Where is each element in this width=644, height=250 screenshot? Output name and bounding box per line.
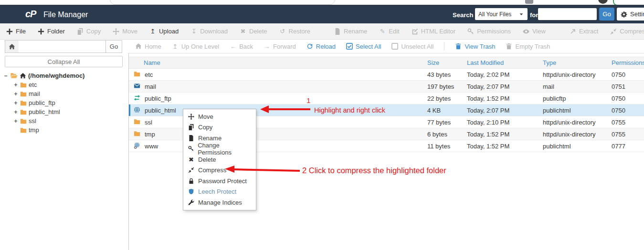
- arrow-right-icon: →: [264, 43, 270, 50]
- toolbar-download-button[interactable]: ↧Download: [190, 28, 228, 35]
- file-manager-app: cP File Manager Search All Your Files fo…: [0, 0, 644, 250]
- folder-icon: [20, 118, 27, 125]
- tree-item-public-html[interactable]: + public_html: [0, 107, 128, 116]
- expand-icon[interactable]: +: [13, 82, 18, 88]
- nav-view-trash-button[interactable]: View Trash: [455, 43, 495, 50]
- folder-icon: [20, 82, 27, 88]
- folder-icon: [20, 91, 27, 97]
- nav-up-one-level-button[interactable]: ↥Up One Level: [172, 43, 220, 50]
- context-menu-manage-indices[interactable]: Manage Indices: [183, 197, 256, 208]
- plus-icon: [38, 28, 44, 35]
- toolbar-html-editor-button[interactable]: HTML Editor: [412, 28, 455, 35]
- toolbar-file-button[interactable]: File: [6, 28, 26, 35]
- expand-icon[interactable]: +: [13, 100, 18, 106]
- tree-item-mail[interactable]: + mail: [0, 89, 128, 98]
- toolbar-copy-button[interactable]: Copy: [77, 28, 101, 35]
- context-menu-password-protect[interactable]: Password Protect: [183, 176, 256, 187]
- browser-profile-avatar[interactable]: [598, 0, 608, 4]
- toolbar-edit-button[interactable]: ✎Edit: [379, 28, 399, 35]
- nav-forward-button[interactable]: →Forward: [264, 43, 296, 50]
- nav-unselect-all-button[interactable]: Unselect All: [391, 43, 433, 50]
- path-input[interactable]: [19, 40, 106, 53]
- table-row-public-ftp[interactable]: public_ftp 22 bytes Today, 1:52 PM publi…: [129, 93, 644, 104]
- column-header-type[interactable]: Type: [543, 59, 556, 66]
- search-scope-select[interactable]: All Your Files: [475, 8, 528, 20]
- copy-icon: [188, 124, 194, 130]
- app-header: cP File Manager Search All Your Files fo…: [0, 5, 644, 23]
- browser-extension-icon[interactable]: [525, 0, 533, 4]
- path-go-button[interactable]: Go: [106, 40, 122, 53]
- toolbar-view-button[interactable]: View: [523, 28, 546, 35]
- search-for-label: for: [530, 11, 538, 19]
- table-row-mail[interactable]: mail 197 bytes Today, 2:07 PM mail 0751: [129, 81, 644, 93]
- globe-link-icon: [134, 142, 140, 149]
- file-size: 22 bytes: [427, 95, 451, 102]
- context-menu-copy[interactable]: Copy: [183, 122, 256, 133]
- nav-divider: [444, 42, 444, 51]
- expand-icon[interactable]: +: [13, 91, 18, 97]
- home-icon: [9, 43, 15, 50]
- compress-icon: [188, 167, 194, 173]
- folder-open-icon: [10, 72, 18, 79]
- column-header-last-modified[interactable]: Last Modified: [467, 59, 504, 66]
- collapse-expander-icon[interactable]: −: [3, 73, 8, 79]
- toolbar-extract-button[interactable]: Extract: [570, 28, 598, 35]
- file-type: httpd/unix-directory: [543, 119, 596, 126]
- file-permissions: 0777: [612, 143, 625, 150]
- expand-icon[interactable]: +: [13, 109, 18, 115]
- page-title: File Manager: [43, 10, 88, 19]
- toolbar-restore-button[interactable]: ↺Restore: [279, 28, 311, 35]
- upload-icon: ↥: [149, 28, 156, 35]
- home-icon: [135, 43, 142, 50]
- file-permissions: 0750: [612, 107, 625, 114]
- copy-icon: [77, 28, 84, 35]
- nav-home-button[interactable]: Home: [135, 43, 161, 50]
- file-icon: [334, 28, 341, 35]
- browser-address-bar[interactable]: [110, 0, 335, 5]
- tree-item-ssl[interactable]: + ssl: [0, 116, 128, 125]
- expand-icon[interactable]: +: [13, 118, 18, 125]
- file-icon: [188, 135, 194, 141]
- file-name: public_html: [145, 107, 176, 114]
- toolbar-upload-button[interactable]: ↥Upload: [149, 28, 179, 35]
- context-menu: Move Copy Rename Change Permissions ✖Del…: [183, 109, 256, 210]
- tree-root-home[interactable]: − (/home/wghdemoc): [0, 71, 128, 80]
- tree-item-public-ftp[interactable]: + public_ftp: [0, 98, 128, 107]
- context-menu-compress[interactable]: Compress: [183, 165, 256, 176]
- column-header-permissions[interactable]: Permissions: [612, 59, 644, 66]
- chevron-down-icon: [518, 11, 524, 17]
- toolbar-move-button[interactable]: Move: [113, 28, 137, 35]
- context-menu-move[interactable]: Move: [183, 111, 256, 122]
- column-header-size[interactable]: Size: [427, 59, 439, 66]
- context-menu-change-permissions[interactable]: Change Permissions: [183, 144, 256, 155]
- settings-button[interactable]: Settings: [617, 8, 644, 21]
- file-size: 11 bytes: [427, 143, 450, 150]
- context-menu-leech-protect[interactable]: Leech Protect: [183, 187, 256, 198]
- table-row-etc[interactable]: etc 43 bytes Today, 2:02 PM httpd/unix-d…: [129, 69, 644, 81]
- toolbar-delete-button[interactable]: ✖Delete: [240, 28, 267, 35]
- reload-icon: [306, 43, 313, 50]
- file-modified: Today, 1:52 PM: [467, 131, 509, 138]
- nav-empty-trash-button[interactable]: Empty Trash: [506, 43, 550, 50]
- column-header-name[interactable]: Name: [144, 59, 160, 66]
- nav-back-button[interactable]: ←Back: [230, 43, 253, 50]
- file-type: mail: [543, 83, 554, 90]
- extract-icon: [570, 28, 576, 35]
- path-home-button[interactable]: [5, 40, 19, 53]
- move-icon: [188, 114, 194, 120]
- move-icon: [113, 28, 119, 35]
- toolbar-folder-button[interactable]: Folder: [38, 28, 65, 35]
- tree-item-tmp[interactable]: tmp: [0, 125, 128, 135]
- nav-reload-button[interactable]: Reload: [306, 43, 336, 50]
- toolbar-compress-button[interactable]: Compress: [610, 28, 644, 35]
- toolbar-rename-button[interactable]: Rename: [334, 28, 367, 35]
- nav-select-all-button[interactable]: Select All: [346, 43, 381, 50]
- cpanel-logo: cP: [25, 9, 36, 20]
- file-name: tmp: [145, 131, 155, 138]
- tree-item-etc[interactable]: + etc: [0, 80, 128, 89]
- collapse-all-button[interactable]: Collapse All: [5, 56, 123, 67]
- search-go-button[interactable]: Go: [599, 8, 614, 21]
- trash-icon: [455, 43, 462, 50]
- search-input[interactable]: [538, 8, 597, 20]
- toolbar-permissions-button[interactable]: Permissions: [467, 28, 511, 35]
